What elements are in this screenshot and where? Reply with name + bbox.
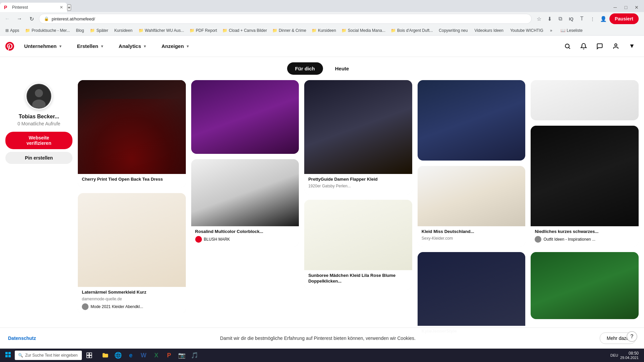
task-view-button[interactable] xyxy=(83,349,95,361)
taskbar-search-icon: 🔍 xyxy=(18,353,23,358)
new-tab-button[interactable]: + xyxy=(67,4,71,11)
user-icon xyxy=(612,43,619,50)
notifications-button[interactable] xyxy=(577,40,590,53)
youtube-bookmark[interactable]: Youtube WICHTIG xyxy=(507,27,546,34)
pin-item[interactable]: KylieJennerStyle xyxy=(418,252,526,340)
pin-item[interactable]: Sunboree Mädchen Kleid Lila Rose Blume D… xyxy=(304,200,412,290)
pdf-bookmark[interactable]: 📁 PDF Report xyxy=(187,27,219,34)
pinterest-logo[interactable] xyxy=(5,42,14,51)
app5-icon[interactable]: 📷 xyxy=(176,349,188,361)
close-button[interactable]: ✕ xyxy=(632,3,641,12)
download-icon[interactable]: ⬇ xyxy=(545,14,554,23)
help-button[interactable]: ? xyxy=(627,331,637,342)
pin-image xyxy=(418,80,526,161)
create-pin-button[interactable]: Pin erstellen xyxy=(5,152,72,164)
nav-company[interactable]: Unternehmen ▼ xyxy=(19,41,67,52)
pin-item[interactable]: PrettyGuide Damen Flapper Kleid 1920er G… xyxy=(304,80,412,194)
svg-rect-9 xyxy=(87,353,89,355)
pin-info: Rosalind Multicolor Colorblock... BLUSH … xyxy=(191,226,299,247)
minimize-button[interactable]: ─ xyxy=(610,3,620,12)
dinner-bookmark[interactable]: 📁 Dinner & Crime xyxy=(270,27,308,34)
iq-icon[interactable]: IQ xyxy=(567,14,576,23)
pin-image xyxy=(191,159,299,226)
user-profile-btn[interactable]: 👤 xyxy=(599,14,608,23)
reload-button[interactable]: ↻ xyxy=(27,14,36,23)
cload-bookmark[interactable]: 📁 Cload + Canva Bilder xyxy=(220,27,269,34)
nav-analytics[interactable]: Analytics ▼ xyxy=(114,41,152,52)
pin-title: Rosalind Multicolor Colorblock... xyxy=(195,229,295,235)
folder-icon-cload: 📁 xyxy=(222,28,227,33)
kursideen-bookmark[interactable]: Kursideen xyxy=(112,27,135,34)
pin-item[interactable]: Kleid Miss Deutschland... Sexy-Kleider.c… xyxy=(418,166,526,247)
nav-ads[interactable]: Anzeigen ▼ xyxy=(157,41,194,52)
maximize-button[interactable]: □ xyxy=(621,3,631,12)
powerpoint-app-icon[interactable]: P xyxy=(163,349,175,361)
feed-tab-fuer-dich[interactable]: Für dich xyxy=(287,62,323,75)
explorer-app-icon[interactable] xyxy=(99,349,111,361)
socialmedia-bookmark[interactable]: 📁 Social Media Mana... xyxy=(339,27,387,34)
ads-chevron-icon: ▼ xyxy=(186,44,190,48)
app6-icon[interactable]: 🎵 xyxy=(189,349,201,361)
messages-button[interactable] xyxy=(593,40,606,53)
pin-image xyxy=(78,193,186,287)
pin-title: Cherry Print Tied Open Back Tea Dress xyxy=(82,177,182,182)
header-icons: ▼ xyxy=(561,40,639,53)
browser-actions: ☆ ⬇ ⧉ IQ T ⋮ 👤 Pausiert xyxy=(534,13,641,24)
user-profile-menu-button[interactable] xyxy=(609,40,623,53)
pin-item[interactable]: Niedliches kurzes schwarzes... Outfit Id… xyxy=(531,126,639,247)
chrome-app-icon[interactable]: 🌐 xyxy=(112,349,124,361)
forward-button[interactable]: → xyxy=(15,14,24,23)
profile-avatar[interactable] xyxy=(25,83,52,110)
pin-item[interactable]: Rosalind Multicolor Colorblock... BLUSH … xyxy=(191,159,299,247)
date-display: 29.04.2021 xyxy=(620,356,639,360)
tab-close-icon[interactable]: ✕ xyxy=(60,5,63,10)
pin-info: Niedliches kurzes schwarzes... Outfit Id… xyxy=(531,226,639,247)
pin-item[interactable] xyxy=(418,80,526,161)
edge-app-icon[interactable]: e xyxy=(125,349,137,361)
videokurs-bookmark[interactable]: Videokurs Ideen xyxy=(472,27,506,34)
address-bar[interactable]: 🔒 pinterest.at/homefeed/ xyxy=(39,14,532,24)
author-avatar xyxy=(82,303,89,310)
translate-icon[interactable]: T xyxy=(577,14,587,23)
back-button[interactable]: ← xyxy=(3,14,12,23)
settings-icon[interactable]: ⋮ xyxy=(588,14,597,23)
taskbar-search-bar[interactable]: 🔍 Zur Suche Text hier eingeben xyxy=(15,351,82,360)
more-options-button[interactable]: ▼ xyxy=(625,40,639,53)
search-button[interactable] xyxy=(561,40,574,53)
reading-list[interactable]: 📖 Leseliste xyxy=(558,27,585,34)
pin-item[interactable]: Laternärmel Sommerkleid Kurz damenmode-q… xyxy=(78,193,186,314)
pin-item[interactable] xyxy=(531,252,639,319)
pin-author: BLUSH MARK xyxy=(195,236,295,243)
svg-rect-8 xyxy=(8,355,11,357)
message-icon xyxy=(596,43,603,50)
bois-bookmark[interactable]: 📁 Bois d'Argent Duft... xyxy=(389,27,435,34)
cookie-banner: Datenschutz Damit wir dir die bestmöglic… xyxy=(0,327,644,349)
spaeter-bookmark[interactable]: 📁 Später xyxy=(88,27,110,34)
pin-grid: Cherry Print Tied Open Back Tea Dress La… xyxy=(78,80,639,340)
feed-tab-heute[interactable]: Heute xyxy=(327,62,357,75)
pin-item[interactable] xyxy=(191,80,299,154)
verify-website-button[interactable]: Webseiteverifizieren xyxy=(5,132,72,149)
blog-bookmark[interactable]: Blog xyxy=(73,27,87,34)
start-button[interactable] xyxy=(3,351,13,360)
browser-tabs: P Pinterest ✕ + ─ □ ✕ xyxy=(0,0,644,12)
wahlfaecher-bookmark[interactable]: 📁 Wahlfächer WU Aus... xyxy=(137,27,186,34)
pause-button[interactable]: Pausiert xyxy=(609,13,639,24)
svg-rect-5 xyxy=(5,352,8,354)
pin-item[interactable]: Cherry Print Tied Open Back Tea Dress xyxy=(78,80,186,188)
more-bookmarks-icon[interactable]: » xyxy=(547,27,555,34)
bookmark-star-icon[interactable]: ☆ xyxy=(534,14,544,23)
copywriting-bookmark[interactable]: Copywriting neu xyxy=(436,27,470,34)
taskbar-search-text: Zur Suche Text hier eingeben xyxy=(25,353,78,358)
word-app-icon[interactable]: W xyxy=(138,349,150,361)
pin-source: Sexy-Kleider.com xyxy=(422,236,522,241)
kursideen2-bookmark[interactable]: 📁 Kursideen xyxy=(310,27,338,34)
apps-bookmark[interactable]: ⊞ Apps xyxy=(3,27,22,34)
nav-create[interactable]: Erstellen ▼ xyxy=(72,41,109,52)
pin-item[interactable] xyxy=(531,80,639,120)
extensions-icon[interactable]: ⧉ xyxy=(556,14,565,23)
produktsuche-bookmark[interactable]: 📁 Produktsuche - Mer... xyxy=(23,27,72,34)
excel-app-icon[interactable]: X xyxy=(150,349,162,361)
active-tab[interactable]: P Pinterest ✕ xyxy=(0,3,67,12)
privacy-link[interactable]: Datenschutz xyxy=(8,336,36,341)
